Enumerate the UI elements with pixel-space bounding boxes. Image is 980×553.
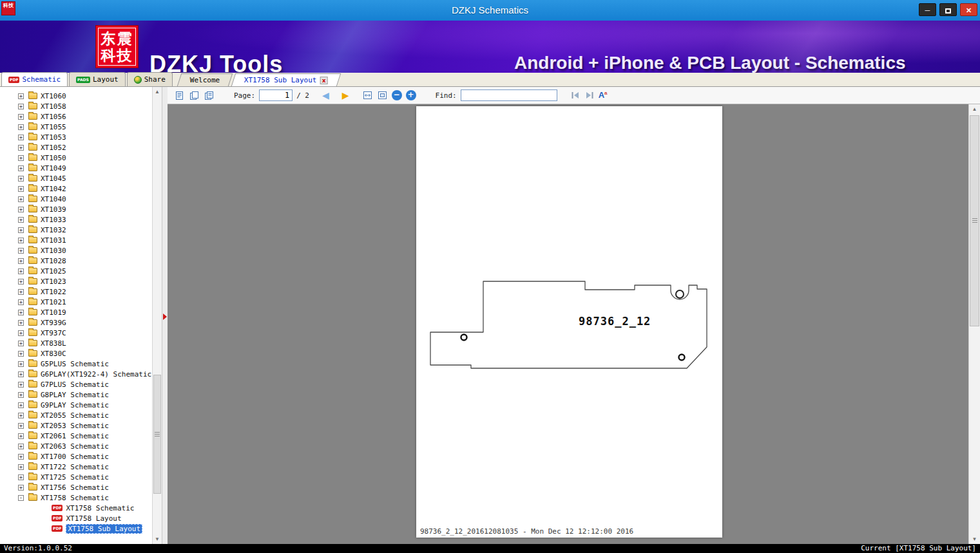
pdf-viewer[interactable]: 98736_2_12 98736_2_12_201612081035 - Mon… — [168, 104, 968, 544]
tree-item-xt1060[interactable]: +XT1060 — [0, 91, 152, 101]
expand-toggle-icon[interactable]: + — [18, 444, 24, 449]
tree-item-xt1725-schematic[interactable]: +XT1725 Schematic — [0, 472, 152, 482]
tree-item-g7plus-schematic[interactable]: +G7PLUS Schematic — [0, 379, 152, 389]
expand-toggle-icon[interactable]: + — [18, 310, 24, 315]
tree-item-xt1758-sub-layout[interactable]: PDFXT1758 Sub Layout — [0, 523, 152, 534]
expand-toggle-icon[interactable]: + — [18, 299, 24, 305]
expand-toggle-icon[interactable]: + — [18, 124, 24, 130]
expand-toggle-icon[interactable]: + — [18, 402, 24, 408]
tree-item-xt2053-schematic[interactable]: +XT2053 Schematic — [0, 420, 152, 431]
collapse-toggle-icon[interactable]: - — [18, 495, 24, 501]
tree-item-xt1055[interactable]: +XT1055 — [0, 122, 152, 132]
close-button[interactable]: ✕ — [960, 3, 977, 16]
tab-layout[interactable]: PADS Layout — [69, 72, 126, 86]
tree-item-g8play-schematic[interactable]: +G8PLAY Schematic — [0, 389, 152, 400]
tree-item-g6play-xt1922-4-schematic[interactable]: +G6PLAY(XT1922-4) Schematic — [0, 369, 152, 379]
tree-item-xt1758-layout[interactable]: PDFXT1758 Layout — [0, 513, 152, 523]
expand-toggle-icon[interactable]: + — [18, 392, 24, 398]
close-tab-icon[interactable]: x — [320, 77, 328, 84]
maximize-button[interactable] — [939, 3, 957, 16]
tree-item-xt1758-schematic[interactable]: PDFXT1758 Schematic — [0, 503, 152, 513]
expand-toggle-icon[interactable]: + — [18, 248, 24, 254]
expand-toggle-icon[interactable]: + — [18, 186, 24, 192]
expand-toggle-icon[interactable]: + — [18, 93, 24, 99]
tab-schematic[interactable]: PDF Schematic — [1, 72, 68, 86]
tree-item-xt1032[interactable]: +XT1032 — [0, 225, 152, 235]
tree-item-xt1033[interactable]: +XT1033 — [0, 214, 152, 225]
scroll-up-icon[interactable]: ▲ — [153, 87, 162, 97]
tree-item-xt1021[interactable]: +XT1021 — [0, 297, 152, 307]
tree-item-xt1758-schematic[interactable]: -XT1758 Schematic — [0, 492, 152, 503]
tab-xt1758-sub-layout[interactable]: XT1758 Sub Layout x — [231, 73, 341, 86]
tree-item-xt1052[interactable]: +XT1052 — [0, 142, 152, 153]
panel-splitter[interactable] — [162, 87, 168, 544]
expand-toggle-icon[interactable]: + — [18, 330, 24, 336]
expand-toggle-icon[interactable]: + — [18, 145, 24, 151]
expand-toggle-icon[interactable]: + — [18, 165, 24, 171]
expand-toggle-icon[interactable]: + — [18, 320, 24, 326]
tab-share[interactable]: Share — [127, 72, 173, 86]
minimize-button[interactable]: ─ — [919, 3, 936, 16]
tree-item-xt838l[interactable]: +XT838L — [0, 338, 152, 348]
tree-item-xt1039[interactable]: +XT1039 — [0, 204, 152, 214]
tree-scrollbar[interactable]: ▲ ▼ — [152, 87, 162, 544]
find-previous-icon[interactable] — [570, 91, 581, 100]
expand-toggle-icon[interactable]: + — [18, 433, 24, 439]
expand-toggle-icon[interactable]: + — [18, 289, 24, 295]
tree-item-xt1756-schematic[interactable]: +XT1756 Schematic — [0, 482, 152, 492]
multi-page-icon[interactable] — [204, 90, 215, 101]
splitter-collapse-icon[interactable] — [163, 314, 167, 320]
tree-item-xt1025[interactable]: +XT1025 — [0, 266, 152, 276]
expand-toggle-icon[interactable]: + — [18, 268, 24, 274]
tree-item-xt1049[interactable]: +XT1049 — [0, 163, 152, 173]
tree-item-xt1019[interactable]: +XT1019 — [0, 307, 152, 317]
expand-toggle-icon[interactable]: + — [18, 196, 24, 202]
tree-item-xt1722-schematic[interactable]: +XT1722 Schematic — [0, 462, 152, 472]
tree-item-xt1045[interactable]: +XT1045 — [0, 173, 152, 183]
zoom-in-icon[interactable]: + — [406, 90, 416, 100]
match-case-icon[interactable]: Aa — [599, 90, 608, 100]
expand-toggle-icon[interactable]: + — [18, 371, 24, 377]
tree-item-xt830c[interactable]: +XT830C — [0, 348, 152, 359]
expand-toggle-icon[interactable]: + — [18, 382, 24, 388]
viewer-scroll-thumb[interactable] — [970, 115, 979, 326]
expand-toggle-icon[interactable]: + — [18, 135, 24, 140]
tree-item-xt2055-schematic[interactable]: +XT2055 Schematic — [0, 410, 152, 420]
expand-toggle-icon[interactable]: + — [18, 176, 24, 182]
page-input[interactable] — [259, 89, 293, 101]
expand-toggle-icon[interactable]: + — [18, 238, 24, 243]
tree-item-xt1023[interactable]: +XT1023 — [0, 276, 152, 286]
tree-item-xt939g[interactable]: +XT939G — [0, 317, 152, 328]
scroll-down-icon[interactable]: ▼ — [969, 534, 980, 544]
expand-toggle-icon[interactable]: + — [18, 155, 24, 161]
tree-item-xt1028[interactable]: +XT1028 — [0, 256, 152, 266]
tree-item-xt1042[interactable]: +XT1042 — [0, 183, 152, 194]
find-next-icon[interactable] — [584, 91, 595, 100]
zoom-out-icon[interactable]: − — [392, 90, 402, 100]
find-input[interactable] — [461, 89, 557, 101]
tab-welcome[interactable]: Welcome — [177, 73, 233, 86]
snapshot-icon[interactable] — [189, 90, 200, 101]
tree-item-xt1056[interactable]: +XT1056 — [0, 111, 152, 122]
tree-scroll-thumb[interactable] — [153, 375, 161, 494]
expand-toggle-icon[interactable]: + — [18, 423, 24, 429]
expand-toggle-icon[interactable]: + — [18, 474, 24, 480]
expand-toggle-icon[interactable]: + — [18, 114, 24, 120]
fit-width-icon[interactable] — [362, 90, 373, 100]
expand-toggle-icon[interactable]: + — [18, 361, 24, 367]
tree-item-xt1053[interactable]: +XT1053 — [0, 132, 152, 142]
tree-item-xt2061-schematic[interactable]: +XT2061 Schematic — [0, 431, 152, 441]
expand-toggle-icon[interactable]: + — [18, 485, 24, 491]
copy-page-icon[interactable] — [174, 90, 185, 101]
tree-item-xt1022[interactable]: +XT1022 — [0, 286, 152, 297]
next-page-icon[interactable]: ▶ — [342, 91, 349, 100]
expand-toggle-icon[interactable]: + — [18, 341, 24, 346]
viewer-scrollbar[interactable]: ▲ ▼ — [968, 104, 980, 544]
tree-item-xt1040[interactable]: +XT1040 — [0, 194, 152, 204]
expand-toggle-icon[interactable]: + — [18, 217, 24, 223]
expand-toggle-icon[interactable]: + — [18, 454, 24, 460]
scroll-down-icon[interactable]: ▼ — [153, 534, 162, 544]
scroll-up-icon[interactable]: ▲ — [969, 104, 980, 114]
tree-item-g9play-schematic[interactable]: +G9PLAY Schematic — [0, 400, 152, 410]
expand-toggle-icon[interactable]: + — [18, 258, 24, 264]
